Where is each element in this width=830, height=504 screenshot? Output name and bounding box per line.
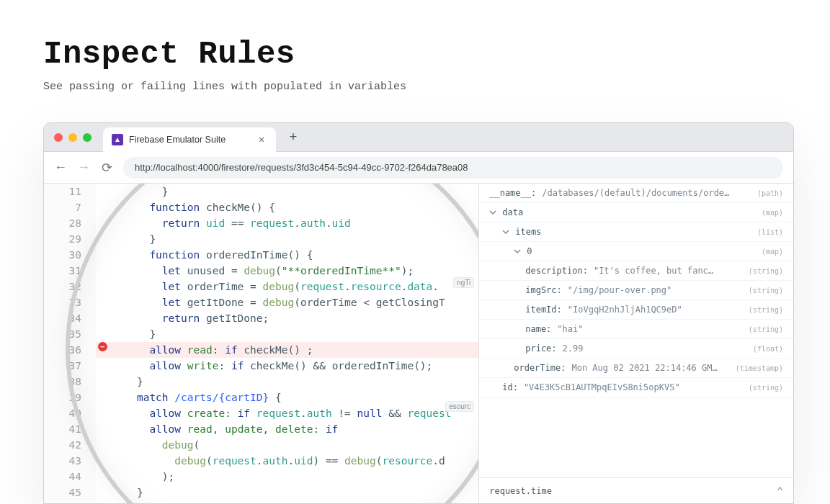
- gutter-number: 45: [44, 485, 96, 500]
- gutter-number: 30: [44, 247, 96, 263]
- code-line[interactable]: 33 let getItDone = debug(orderTime < get…: [44, 294, 478, 310]
- code-line[interactable]: 42 debug(: [44, 437, 478, 453]
- gutter-number: 38: [44, 374, 96, 390]
- chevron-down-icon[interactable]: [489, 209, 496, 216]
- code-text: allow read, update, delete: if: [112, 421, 338, 437]
- field-value: 2.99: [563, 343, 584, 354]
- field-key: description:: [525, 266, 588, 276]
- field-type: (string): [749, 267, 783, 275]
- field-key: items: [515, 227, 541, 237]
- code-text: let orderTime = debug(request.resource.d…: [112, 279, 439, 294]
- code-line[interactable]: 44 );: [44, 469, 478, 485]
- code-line[interactable]: 34 return getItDone;: [44, 310, 478, 326]
- firebase-favicon-icon: ▲: [112, 134, 123, 145]
- code-text: debug(request.auth.uid) == debug(resourc…: [112, 453, 445, 469]
- field-value: /databases/(default)/documents/orde…: [542, 188, 729, 198]
- code-text: return getItDone;: [112, 310, 269, 326]
- close-window-icon[interactable]: [54, 133, 63, 142]
- code-text: }: [112, 184, 169, 199]
- maximize-window-icon[interactable]: [83, 133, 92, 142]
- code-line[interactable]: 40 allow create: if request.auth != null…: [44, 405, 478, 421]
- variables-row[interactable]: data (map): [479, 203, 793, 222]
- code-line[interactable]: 39 match /carts/{cartID} {: [44, 390, 478, 405]
- code-line[interactable]: 31 let unused = debug("**orderedInTime**…: [44, 263, 478, 279]
- chevron-down-icon[interactable]: [514, 248, 521, 255]
- gutter-number: 11: [44, 184, 96, 199]
- gutter-number: 33: [44, 294, 96, 310]
- variables-panel: __name__: /databases/(default)/documents…: [479, 184, 793, 503]
- code-text: allow write: if checkMe() && orderedInTi…: [112, 358, 432, 374]
- gutter-number: 41: [44, 421, 96, 437]
- field-value: "It's coffee, but fanc…: [594, 266, 713, 276]
- code-line[interactable]: 41 allow read, update, delete: if: [44, 421, 478, 437]
- code-line[interactable]: 7 function checkMe() {: [44, 199, 478, 215]
- code-line[interactable]: 11 }: [44, 184, 478, 199]
- code-line[interactable]: 43 debug(request.auth.uid) == debug(reso…: [44, 453, 478, 469]
- variables-row[interactable]: 0 (map): [479, 242, 793, 261]
- page-subtitle: See passing or failing lines with popula…: [43, 81, 830, 93]
- field-key: __name__:: [489, 188, 536, 198]
- close-tab-icon[interactable]: ×: [256, 134, 267, 145]
- gutter-number: 42: [44, 437, 96, 453]
- code-line[interactable]: 35 }: [44, 326, 478, 342]
- field-key: price:: [525, 343, 556, 354]
- chevron-up-icon[interactable]: ⌃: [777, 485, 783, 498]
- variables-row[interactable]: itemId: "IoVgqH2nhJljAh1QC9eD"(string): [479, 300, 793, 320]
- code-line[interactable]: 46 }: [44, 500, 478, 503]
- code-text: allow create: if request.auth != null &&…: [112, 405, 452, 421]
- field-key: id:: [502, 382, 518, 392]
- code-text: debug(: [112, 437, 200, 453]
- gutter-number: 44: [44, 469, 96, 485]
- minimize-window-icon[interactable]: [68, 133, 77, 142]
- variables-row[interactable]: name: "hai"(string): [479, 320, 793, 339]
- field-type: (list): [757, 228, 783, 236]
- code-line[interactable]: 37 allow write: if checkMe() && orderedI…: [44, 358, 478, 374]
- field-type: (string): [749, 306, 783, 314]
- address-bar: ← → ⟳ http://localhost:4000/firestore/re…: [44, 152, 793, 184]
- gutter-number: 29: [44, 231, 96, 247]
- panel-section-request-time[interactable]: request.time ⌃: [479, 477, 793, 503]
- rules-source[interactable]: 11 }7 function checkMe() {28 return uid …: [44, 184, 478, 503]
- code-line[interactable]: 45 }: [44, 485, 478, 500]
- variables-row[interactable]: items (list): [479, 222, 793, 242]
- code-text: match /carts/{cartID} {: [112, 390, 282, 405]
- code-text: allow read: if checkMe() ;: [112, 342, 313, 358]
- variables-row[interactable]: price: 2.99(float): [479, 339, 793, 359]
- code-line[interactable]: 30 function orderedInTime() {: [44, 247, 478, 263]
- gutter-number: 7: [44, 199, 96, 215]
- field-type: (timestamp): [736, 364, 783, 372]
- tab-bar: ▲ Firebase Emulator Suite × +: [44, 123, 793, 152]
- variables-row[interactable]: description: "It's coffee, but fanc…(str…: [479, 261, 793, 281]
- variables-row[interactable]: __name__: /databases/(default)/documents…: [479, 184, 793, 203]
- tab-title: Firebase Emulator Suite: [129, 135, 226, 145]
- code-line[interactable]: 32 let orderTime = debug(request.resourc…: [44, 279, 478, 294]
- gutter-number: 37: [44, 358, 96, 374]
- code-text: }: [112, 231, 156, 247]
- field-key: data: [502, 207, 523, 217]
- chevron-down-icon[interactable]: [502, 228, 509, 235]
- field-key: itemId:: [525, 305, 562, 315]
- reload-icon[interactable]: ⟳: [100, 161, 113, 174]
- code-line[interactable]: 29 }: [44, 231, 478, 247]
- code-text: function orderedInTime() {: [112, 247, 313, 263]
- field-type: (string): [749, 325, 783, 333]
- forward-icon[interactable]: →: [77, 161, 90, 174]
- field-value: "hai": [557, 324, 583, 334]
- code-line[interactable]: 28 return uid == request.auth.uid: [44, 215, 478, 231]
- back-icon[interactable]: ←: [54, 161, 67, 174]
- variables-row[interactable]: orderTime: Mon Aug 02 2021 22:14:46 GM… …: [479, 359, 793, 378]
- gutter-number: 39: [44, 390, 96, 405]
- code-line[interactable]: 36− allow read: if checkMe() ;: [44, 342, 478, 358]
- variables-row[interactable]: imgSrc: "/img/pour-over.png"(string): [479, 281, 793, 300]
- gutter-number: 43: [44, 453, 96, 469]
- gutter-number: 36: [44, 342, 96, 358]
- code-text: }: [112, 485, 143, 500]
- browser-tab[interactable]: ▲ Firebase Emulator Suite ×: [103, 127, 276, 152]
- field-key: orderTime:: [514, 363, 566, 373]
- variables-row[interactable]: id: "V4E3K5cB1AUTMpqEIvS8ni5opKVS" (stri…: [479, 378, 793, 397]
- new-tab-button[interactable]: +: [283, 127, 303, 148]
- url-input[interactable]: http://localhost:4000/firestore/requests…: [123, 157, 783, 179]
- line-marker: −: [96, 342, 112, 351]
- field-key: name:: [525, 324, 551, 334]
- code-line[interactable]: 38 }: [44, 374, 478, 390]
